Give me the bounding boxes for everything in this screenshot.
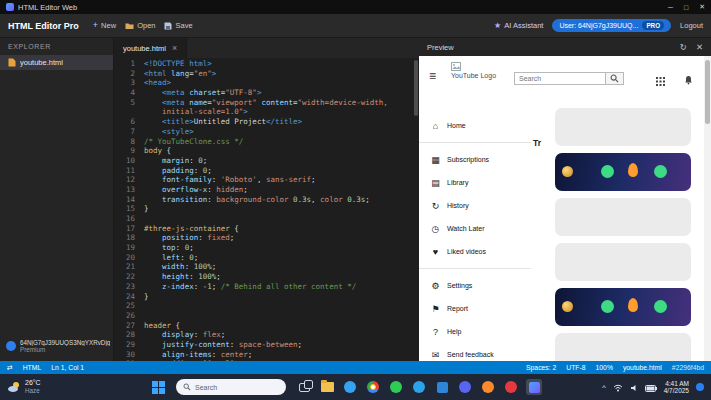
preview-scrollbar[interactable] (704, 56, 711, 361)
video-thumbnail[interactable] (555, 288, 691, 326)
line-number: 13 (114, 185, 144, 195)
weather-widget[interactable]: 26°C Haze (0, 379, 150, 395)
yt-nav-settings[interactable]: ⚙Settings (419, 274, 531, 297)
maximize-button[interactable]: □ (684, 4, 688, 11)
video-thumbnail[interactable] (555, 153, 691, 191)
remote-icon[interactable]: ⇄ (7, 364, 13, 372)
battery-icon[interactable] (645, 378, 657, 396)
new-button[interactable]: + New (93, 21, 116, 30)
code-line[interactable]: 11 padding: 0; (114, 166, 419, 176)
editor-scrollbar[interactable] (414, 60, 418, 116)
code-line[interactable]: 19 top: 0; (114, 243, 419, 253)
taskbar-search[interactable]: Search (176, 379, 286, 395)
code-line[interactable]: 1<!DOCTYPE html> (114, 59, 419, 69)
code-editor[interactable]: 1<!DOCTYPE html>2<html lang="en">3<head>… (114, 58, 419, 361)
video-placeholder[interactable] (555, 333, 691, 361)
status-spaces[interactable]: Spaces: 2 (526, 364, 556, 371)
taskbar-app-telegram[interactable] (411, 379, 427, 395)
taskbar-app-chrome[interactable] (365, 379, 381, 395)
yt-nav-liked-videos[interactable]: ♥Liked videos (419, 240, 531, 263)
open-button[interactable]: Open (125, 21, 155, 30)
close-button[interactable]: ✕ (699, 3, 705, 11)
video-placeholder[interactable] (555, 198, 691, 236)
code-line[interactable]: 23 z-index: -1; /* Behind all other cont… (114, 282, 419, 292)
code-line[interactable]: 29 justify-content: space-between; (114, 340, 419, 350)
yt-nav-send-feedback[interactable]: ✉Send feedback (419, 343, 531, 361)
status-cursor-position[interactable]: Ln 1, Col 1 (51, 364, 84, 371)
status-encoding[interactable]: UTF-8 (566, 364, 585, 371)
yt-logo-broken-image[interactable]: YouTube Logo (451, 62, 499, 81)
code-line[interactable]: 8/* YouTubeClone.css */ (114, 137, 419, 147)
code-line[interactable]: 18 position: fixed; (114, 233, 419, 243)
user-badge[interactable]: User: 64NjG7gJ39UUQ... PRO (552, 19, 671, 32)
code-line[interactable]: 16 (114, 214, 419, 224)
account-info[interactable]: 64NjG7gJ39UUQS3NgYXRvDjg Premium (0, 335, 113, 357)
volume-icon[interactable] (630, 378, 638, 396)
menu-icon[interactable]: ≡ (429, 71, 436, 81)
video-placeholder[interactable] (555, 108, 691, 146)
code-line[interactable]: 20 left: 0; (114, 253, 419, 263)
taskbar-clock[interactable]: 4:41 AM 4/7/2025 (664, 380, 689, 395)
apps-grid-icon[interactable] (656, 72, 665, 90)
ai-assistant-button[interactable]: ★ AI Assistant (494, 21, 543, 30)
code-line[interactable]: 15} (114, 204, 419, 214)
code-line[interactable]: 2<html lang="en"> (114, 69, 419, 79)
code-line[interactable]: 6 <title>Untitled Project</title> (114, 117, 419, 127)
notification-badge[interactable] (696, 383, 704, 391)
code-line[interactable]: 25 (114, 301, 419, 311)
yt-nav-report[interactable]: ⚑Report (419, 297, 531, 320)
code-line[interactable]: 13 overflow-x: hidden; (114, 185, 419, 195)
code-line[interactable]: 21 width: 100%; (114, 262, 419, 272)
taskbar-app-edge[interactable] (342, 379, 358, 395)
yt-search-input[interactable] (514, 72, 606, 85)
logout-button[interactable]: Logout (680, 21, 703, 30)
search-icon (183, 383, 191, 391)
code-line[interactable]: 7 <style> (114, 127, 419, 137)
code-line[interactable]: 26 (114, 311, 419, 321)
yt-nav-history[interactable]: ↻History (419, 194, 531, 217)
code-line[interactable]: 12 font-family: 'Roboto', sans-serif; (114, 175, 419, 185)
code-line[interactable]: 4 <meta charset="UTF-8"> (114, 88, 419, 98)
status-language[interactable]: HTML (23, 364, 42, 371)
code-line[interactable]: 3<head> (114, 78, 419, 88)
preview-scrollbar-thumb[interactable] (705, 60, 710, 124)
preview-close-icon[interactable]: ✕ (696, 42, 703, 52)
yt-search-button[interactable] (606, 72, 624, 85)
tray-caret-icon[interactable]: ^ (602, 383, 606, 392)
minimize-button[interactable]: ─ (668, 4, 673, 11)
taskbar-app-discord[interactable] (457, 379, 473, 395)
code-line[interactable]: 10 margin: 0; (114, 156, 419, 166)
code-line[interactable]: 24} (114, 292, 419, 302)
code-line[interactable]: 28 display: flex; (114, 330, 419, 340)
code-line[interactable]: 22 height: 100%; (114, 272, 419, 282)
taskbar-app-firefox[interactable] (480, 379, 496, 395)
yt-nav-watch-later[interactable]: ◷Watch Later (419, 217, 531, 240)
taskbar-app-whatsapp[interactable] (388, 379, 404, 395)
yt-nav-help[interactable]: ?Help (419, 320, 531, 343)
yt-nav-subscriptions[interactable]: ▦Subscriptions (419, 148, 531, 171)
code-line[interactable]: 30 align-items: center; (114, 350, 419, 360)
status-zoom[interactable]: 100% (596, 364, 613, 371)
video-placeholder[interactable] (555, 243, 691, 281)
refresh-icon[interactable]: ↻ (680, 42, 687, 52)
tab-close-icon[interactable]: × (172, 43, 177, 53)
yt-nav-library[interactable]: ▤Library (419, 171, 531, 194)
wifi-icon[interactable] (613, 378, 623, 396)
code-line[interactable]: 9body { (114, 146, 419, 156)
save-button[interactable]: Save (164, 21, 192, 30)
bell-icon[interactable] (684, 71, 693, 89)
start-button[interactable] (150, 379, 166, 395)
code-line[interactable]: 14 transition: background-color 0.3s, co… (114, 195, 419, 205)
taskbar-app-task-view[interactable] (296, 379, 312, 395)
code-line[interactable]: 17#three-js-container { (114, 224, 419, 234)
taskbar-app-file-explorer[interactable] (319, 379, 335, 395)
code-line[interactable]: initial-scale=1.0"> (114, 107, 419, 117)
code-line[interactable]: 27header { (114, 321, 419, 331)
taskbar-app-html-editor[interactable] (526, 379, 542, 395)
code-line[interactable]: 5 <meta name="viewport" content="width=d… (114, 98, 419, 108)
file-item-youtube-html[interactable]: youtube.html (0, 55, 113, 70)
tab-youtube-html[interactable]: youtube.html × (114, 38, 187, 58)
taskbar-app-vscode[interactable] (434, 379, 450, 395)
yt-nav-home[interactable]: ⌂Home (419, 114, 531, 137)
taskbar-app-opera[interactable] (503, 379, 519, 395)
